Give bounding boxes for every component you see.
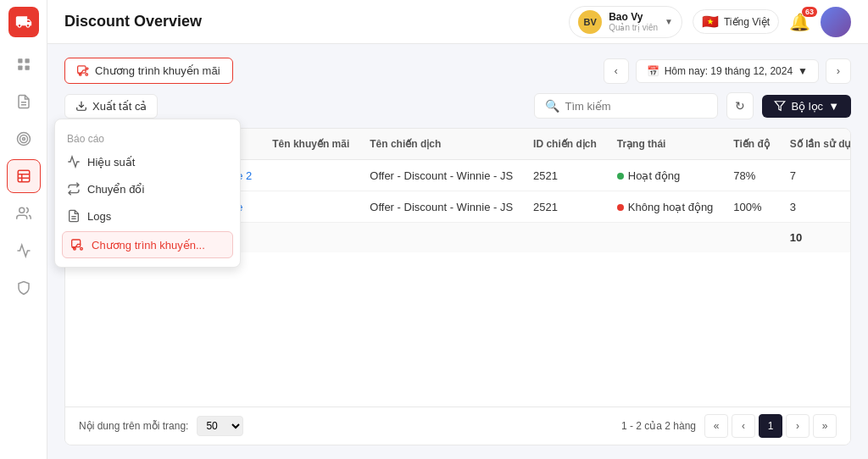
date-navigation: ‹ 📅 Hôm nay: 19 tháng 12, 2024 ▼ ›: [604, 58, 851, 84]
row-progress-cell: 100%: [723, 191, 779, 223]
th-status: Trạng thái: [607, 129, 724, 160]
refresh-icon: ↻: [735, 99, 745, 113]
profile-avatar[interactable]: [821, 7, 851, 37]
calendar-icon: 📅: [647, 65, 659, 77]
svg-marker-18: [776, 102, 786, 111]
header: Discount Overview BV Bao Vy Quản trị viê…: [47, 0, 868, 44]
row-campaign-name-cell: Offer - Discount - Winnie - JS: [359, 160, 523, 191]
filter-label: Bộ lọc: [791, 100, 823, 113]
row-name-cell: [262, 191, 359, 223]
th-progress: Tiến độ: [723, 129, 779, 160]
logs-icon: [67, 209, 81, 223]
page-title: Discount Overview: [64, 13, 559, 30]
convert-icon: [67, 182, 81, 196]
user-menu[interactable]: BV Bao Vy Quản trị viên ▼: [569, 6, 682, 38]
date-picker[interactable]: 📅 Hôm nay: 19 tháng 12, 2024 ▼: [636, 59, 819, 83]
dropdown-item-label: Chuyển đổi: [87, 183, 144, 196]
avatar-initials: BV: [584, 17, 597, 27]
svg-rect-2: [18, 66, 22, 70]
th-campaign-id: ID chiến dịch: [523, 129, 607, 160]
notifications-bell[interactable]: 🔔 63: [789, 12, 810, 32]
th-campaign-name: Tên chiến dịch: [359, 129, 523, 160]
search-box[interactable]: 🔍: [534, 93, 718, 119]
date-chevron-icon: ▼: [798, 65, 808, 77]
row-campaign-id-cell: 2521: [523, 191, 607, 223]
grid-icon: [16, 57, 31, 72]
target-icon: [16, 131, 31, 147]
sidebar-item-document[interactable]: [7, 85, 41, 119]
th-name: Tên khuyến mãi: [262, 129, 359, 160]
row-usage-cell: 7: [780, 160, 850, 191]
avatar: BV: [578, 10, 602, 34]
sidebar: [0, 0, 47, 459]
row-campaign-name-cell: Offer - Discount - Winnie - JS: [359, 191, 523, 223]
notification-count: 63: [802, 7, 817, 17]
language-label: Tiếng Việt: [724, 16, 770, 28]
user-info: Bao Vy Quản trị viên: [609, 11, 658, 32]
chart-icon: [67, 155, 81, 169]
totals-empty: [359, 223, 523, 253]
report-icon: [16, 243, 31, 258]
nav-dropdown-menu[interactable]: Báo cáo Hiệu suất Chuyển đổi Logs Chương…: [54, 119, 241, 268]
filter-icon: [774, 100, 786, 112]
actions-row: Xuất tất cả 🔍 ↻ Bộ lọc ▼: [64, 92, 851, 119]
row-status-cell: Hoạt động: [607, 160, 724, 191]
th-usage: Số lần sử dụng: [780, 129, 850, 160]
totals-usage: 10: [780, 223, 850, 253]
user-name: Bao Vy: [609, 11, 658, 23]
promo-icon: [77, 64, 90, 77]
promo-button-label: Chương trình khuyến mãi: [95, 64, 220, 77]
promo-program-button[interactable]: Chương trình khuyến mãi: [64, 58, 233, 84]
svg-rect-9: [18, 170, 30, 182]
svg-point-23: [81, 247, 83, 250]
refresh-button[interactable]: ↻: [726, 92, 754, 119]
user-role: Quản trị viên: [609, 23, 658, 32]
svg-point-7: [19, 135, 27, 143]
row-usage-cell: 3: [780, 191, 850, 223]
sidebar-item-table[interactable]: [7, 159, 41, 193]
dropdown-item-logs[interactable]: Logs: [55, 202, 240, 230]
next-date-button[interactable]: ›: [826, 58, 851, 84]
export-label: Xuất tất cả: [92, 100, 147, 113]
export-button[interactable]: Xuất tất cả: [64, 94, 158, 119]
row-name-cell: [262, 160, 359, 191]
sidebar-item-report[interactable]: [7, 234, 41, 268]
language-selector[interactable]: 🇻🇳 Tiếng Việt: [693, 9, 779, 34]
search-input[interactable]: [565, 100, 707, 113]
sidebar-item-group[interactable]: [7, 196, 41, 230]
page-1-button[interactable]: 1: [759, 414, 782, 438]
prev-date-button[interactable]: ‹: [604, 58, 629, 84]
svg-rect-0: [18, 58, 22, 63]
pagination-nav: « ‹ 1 › »: [704, 414, 837, 438]
toolbar: Chương trình khuyến mãi ‹ 📅 Hôm nay: 19 …: [64, 58, 851, 84]
sidebar-item-target[interactable]: [7, 122, 41, 156]
dropdown-section-label: Báo cáo: [55, 126, 240, 148]
chevron-down-icon: ▼: [665, 17, 673, 26]
group-icon: [16, 206, 31, 221]
export-icon: [75, 100, 87, 112]
svg-point-16: [86, 74, 88, 76]
dropdown-item-performance[interactable]: Hiệu suất: [55, 148, 240, 175]
filter-chevron-icon: ▼: [828, 100, 839, 113]
last-page-button[interactable]: »: [813, 414, 837, 438]
svg-rect-3: [25, 66, 29, 70]
dropdown-item-label: Logs: [87, 210, 111, 223]
svg-rect-1: [25, 58, 29, 63]
sidebar-item-dashboard[interactable]: [7, 47, 41, 81]
first-page-button[interactable]: «: [704, 414, 728, 438]
promo-menu-icon: [71, 238, 85, 252]
totals-empty: [523, 223, 607, 253]
next-page-button[interactable]: ›: [786, 414, 810, 438]
svg-point-13: [19, 207, 24, 213]
dropdown-item-promo[interactable]: Chương trình khuyến...: [62, 231, 233, 258]
prev-page-button[interactable]: ‹: [732, 414, 755, 438]
app-logo[interactable]: [8, 7, 39, 37]
date-label: Hôm nay: 19 tháng 12, 2024: [665, 65, 793, 77]
sidebar-item-shield[interactable]: [7, 271, 41, 305]
pagination-info: 1 - 2 của 2 hàng: [621, 420, 696, 432]
per-page-select[interactable]: 50 25 100: [197, 416, 243, 436]
dropdown-item-label: Hiệu suất: [87, 156, 135, 169]
filter-button[interactable]: Bộ lọc ▼: [762, 95, 851, 118]
dropdown-item-conversion[interactable]: Chuyển đổi: [55, 175, 240, 202]
logo-icon: [15, 14, 32, 30]
